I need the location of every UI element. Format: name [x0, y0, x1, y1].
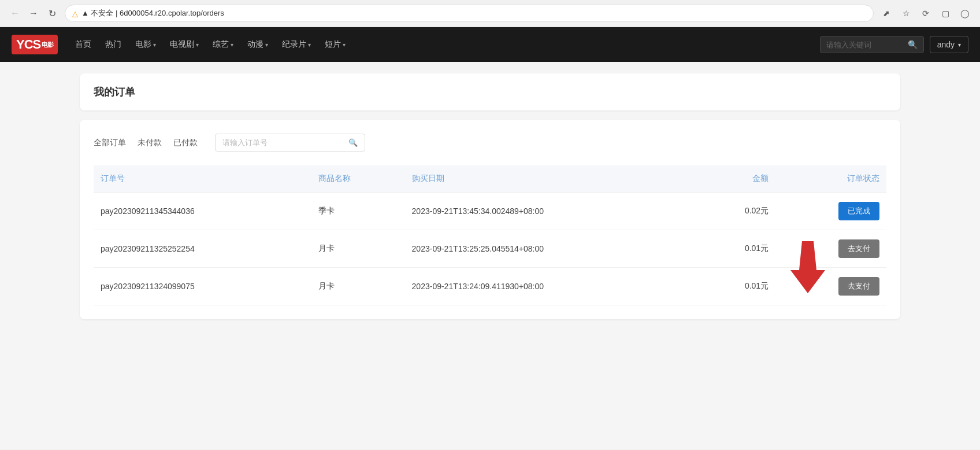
order-search-input[interactable] [222, 138, 345, 147]
nav-documentary[interactable]: 纪录片 ▾ [276, 36, 317, 53]
status-completed-button[interactable]: 已完成 [838, 202, 879, 220]
cell-status: 去支付 [775, 230, 886, 268]
nav-movies[interactable]: 电影 ▾ [129, 36, 162, 53]
bookmark-button[interactable]: ☆ [898, 5, 914, 21]
logo-sub: 电影 [42, 42, 53, 48]
browser-toolbar: ← → ↻ △ ▲ 不安全 | 6d000054.r20.cpolar.top/… [0, 0, 980, 27]
cell-date: 2023-09-21T13:24:09.411930+08:00 [405, 268, 700, 305]
site-logo[interactable]: YCS 电影 [12, 35, 58, 54]
cell-date: 2023-09-21T13:25:25.045514+08:00 [405, 230, 700, 268]
cell-order-id: pay202309211324099075 [94, 268, 311, 305]
table-row: pay202309211345344036季卡2023-09-21T13:45:… [94, 193, 886, 230]
header-search[interactable]: 🔍 [820, 36, 924, 53]
table-row: pay202309211325252254月卡2023-09-21T13:25:… [94, 230, 886, 268]
table-body: pay202309211345344036季卡2023-09-21T13:45:… [94, 193, 886, 305]
col-order-id: 订单号 [94, 165, 311, 193]
page-title: 我的订单 [94, 85, 886, 99]
cell-status: 已完成 [775, 193, 886, 230]
search-icon[interactable]: 🔍 [348, 138, 358, 147]
forward-button[interactable]: → [25, 5, 42, 21]
refresh-button[interactable]: ↻ [44, 5, 60, 21]
warning-icon: △ [72, 9, 78, 18]
nav-shorts[interactable]: 短片 ▾ [319, 36, 351, 53]
status-pay-button[interactable]: 去支付 [838, 277, 879, 296]
table-header: 订单号 商品名称 购买日期 金额 订单状态 [94, 165, 886, 193]
user-profile-button[interactable]: ◯ [957, 5, 973, 21]
nav-variety[interactable]: 综艺 ▾ [207, 36, 239, 53]
logo-text: YCS [16, 37, 40, 52]
browser-nav-buttons: ← → ↻ [7, 5, 60, 21]
nav-home[interactable]: 首页 [69, 36, 97, 53]
site-header: YCS 电影 首页 热门 电影 ▾ 电视剧 ▾ 综艺 ▾ 动漫 [0, 27, 980, 62]
cell-order-id: pay202309211345344036 [94, 193, 311, 230]
chevron-down-icon: ▾ [231, 42, 233, 48]
cell-amount: 0.01元 [699, 268, 775, 305]
col-date: 购买日期 [405, 165, 700, 193]
browser-actions: ⬈ ☆ ⟳ ▢ ◯ [878, 5, 973, 21]
cell-product: 季卡 [311, 193, 405, 230]
filter-paid[interactable]: 已付款 [173, 135, 198, 150]
orders-table: 订单号 商品名称 购买日期 金额 订单状态 pay202309211345344… [94, 165, 886, 305]
cell-order-id: pay202309211325252254 [94, 230, 311, 268]
table-row: pay202309211324099075月卡2023-09-21T13:24:… [94, 268, 886, 305]
filter-all[interactable]: 全部订单 [94, 135, 126, 150]
cell-status: 去支付 [775, 268, 886, 305]
nav-tv[interactable]: 电视剧 ▾ [164, 36, 205, 53]
browser-chrome: ← → ↻ △ ▲ 不安全 | 6d000054.r20.cpolar.top/… [0, 0, 980, 27]
page-title-box: 我的订单 [80, 73, 900, 110]
chevron-down-icon: ▾ [153, 42, 156, 48]
profile-sync-button[interactable]: ⟳ [918, 5, 934, 21]
col-product: 商品名称 [311, 165, 405, 193]
main-nav: 首页 热门 电影 ▾ 电视剧 ▾ 综艺 ▾ 动漫 ▾ 纪录片 [69, 36, 351, 53]
nav-anime[interactable]: 动漫 ▾ [242, 36, 274, 53]
nav-hot[interactable]: 热门 [99, 36, 127, 53]
main-content: 我的订单 全部订单 未付款 已付款 🔍 [57, 62, 923, 331]
header-search-input[interactable] [826, 40, 904, 49]
chevron-down-icon: ▾ [265, 42, 268, 48]
header-right: 🔍 andy ▾ [820, 36, 968, 53]
download-button[interactable]: ⬈ [878, 5, 894, 21]
extensions-button[interactable]: ▢ [937, 5, 953, 21]
chevron-down-icon: ▾ [308, 42, 311, 48]
app: YCS 电影 首页 热门 电影 ▾ 电视剧 ▾ 综艺 ▾ 动漫 [0, 27, 980, 449]
cell-amount: 0.01元 [699, 230, 775, 268]
col-status: 订单状态 [775, 165, 886, 193]
filter-bar: 全部订单 未付款 已付款 🔍 [94, 134, 886, 152]
order-search-box[interactable]: 🔍 [215, 134, 365, 152]
cell-amount: 0.02元 [699, 193, 775, 230]
cell-date: 2023-09-21T13:45:34.002489+08:00 [405, 193, 700, 230]
address-bar[interactable]: △ ▲ 不安全 | 6d000054.r20.cpolar.top/orders [65, 5, 874, 22]
user-menu-button[interactable]: andy ▾ [930, 36, 968, 53]
filter-unpaid[interactable]: 未付款 [138, 135, 162, 150]
chevron-down-icon: ▾ [343, 42, 346, 48]
address-text: ▲ 不安全 | 6d000054.r20.cpolar.top/orders [81, 8, 224, 19]
table-header-row: 订单号 商品名称 购买日期 金额 订单状态 [94, 165, 886, 193]
col-amount: 金额 [699, 165, 775, 193]
user-name: andy [937, 40, 955, 49]
status-pay-button[interactable]: 去支付 [838, 239, 879, 258]
search-icon[interactable]: 🔍 [908, 40, 918, 49]
chevron-down-icon: ▾ [196, 42, 199, 48]
orders-box: 全部订单 未付款 已付款 🔍 订单号 [80, 120, 900, 319]
cell-product: 月卡 [311, 268, 405, 305]
chevron-down-icon: ▾ [958, 42, 961, 48]
back-button[interactable]: ← [7, 5, 23, 21]
cell-product: 月卡 [311, 230, 405, 268]
